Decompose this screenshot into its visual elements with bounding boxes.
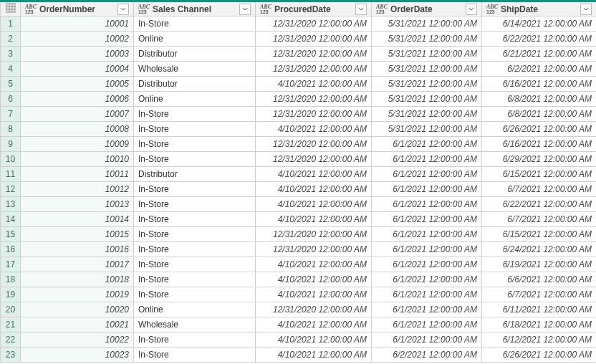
cell-saleschannel[interactable]: Online bbox=[134, 302, 256, 317]
cell-ordernumber[interactable]: 10021 bbox=[21, 317, 134, 332]
cell-shipdate[interactable]: 6/7/2021 12:00:00 AM bbox=[482, 182, 597, 197]
table-row[interactable]: 210002Online12/31/2020 12:00:00 AM5/31/2… bbox=[1, 32, 597, 47]
filter-button[interactable] bbox=[355, 4, 367, 15]
cell-orderdate[interactable]: 6/1/2021 12:00:00 AM bbox=[372, 287, 482, 302]
cell-saleschannel[interactable]: In-Store bbox=[134, 348, 256, 363]
cell-shipdate[interactable]: 6/24/2021 12:00:00 AM bbox=[482, 242, 597, 257]
table-row[interactable]: 1310013In-Store4/10/2021 12:00:00 AM6/1/… bbox=[1, 197, 597, 212]
cell-orderdate[interactable]: 5/31/2021 12:00:00 AM bbox=[372, 16, 482, 32]
cell-ordernumber[interactable]: 10011 bbox=[21, 167, 134, 182]
cell-saleschannel[interactable]: Wholesale bbox=[134, 317, 256, 332]
cell-shipdate[interactable]: 6/14/2021 12:00:00 AM bbox=[482, 16, 597, 32]
cell-shipdate[interactable]: 6/7/2021 12:00:00 AM bbox=[482, 212, 597, 227]
column-header-ordernumber[interactable]: ABC123 OrderNumber bbox=[21, 1, 134, 16]
cell-saleschannel[interactable]: Distributor bbox=[134, 77, 256, 92]
cell-ordernumber[interactable]: 10012 bbox=[21, 182, 134, 197]
row-number[interactable]: 22 bbox=[1, 332, 21, 348]
cell-orderdate[interactable]: 6/1/2021 12:00:00 AM bbox=[372, 227, 482, 242]
cell-procureddate[interactable]: 12/31/2020 12:00:00 AM bbox=[256, 152, 372, 167]
cell-saleschannel[interactable]: In-Store bbox=[134, 152, 256, 167]
cell-procureddate[interactable]: 4/10/2021 12:00:00 AM bbox=[256, 287, 372, 302]
table-row[interactable]: 610006Online12/31/2020 12:00:00 AM5/31/2… bbox=[1, 92, 597, 107]
cell-orderdate[interactable]: 6/1/2021 12:00:00 AM bbox=[372, 212, 482, 227]
cell-orderdate[interactable]: 5/31/2021 12:00:00 AM bbox=[372, 47, 482, 62]
row-number[interactable]: 5 bbox=[1, 77, 21, 92]
row-number[interactable]: 9 bbox=[1, 137, 21, 152]
cell-shipdate[interactable]: 6/16/2021 12:00:00 AM bbox=[482, 137, 597, 152]
cell-ordernumber[interactable]: 10017 bbox=[21, 257, 134, 272]
cell-procureddate[interactable]: 4/10/2021 12:00:00 AM bbox=[256, 212, 372, 227]
column-header-orderdate[interactable]: ABC123 OrderDate bbox=[372, 1, 482, 16]
table-row[interactable]: 2010020Online12/31/2020 12:00:00 AM6/1/2… bbox=[1, 302, 597, 317]
row-number[interactable]: 2 bbox=[1, 32, 21, 47]
row-number[interactable]: 7 bbox=[1, 107, 21, 122]
table-row[interactable]: 310003Distributor12/31/2020 12:00:00 AM5… bbox=[1, 47, 597, 62]
cell-procureddate[interactable]: 4/10/2021 12:00:00 AM bbox=[256, 167, 372, 182]
cell-procureddate[interactable]: 12/31/2020 12:00:00 AM bbox=[256, 92, 372, 107]
cell-shipdate[interactable]: 6/22/2021 12:00:00 AM bbox=[482, 32, 597, 47]
row-number[interactable]: 1 bbox=[1, 16, 21, 32]
cell-saleschannel[interactable]: In-Store bbox=[134, 227, 256, 242]
cell-orderdate[interactable]: 6/1/2021 12:00:00 AM bbox=[372, 242, 482, 257]
cell-shipdate[interactable]: 6/22/2021 12:00:00 AM bbox=[482, 197, 597, 212]
cell-ordernumber[interactable]: 10016 bbox=[21, 242, 134, 257]
cell-shipdate[interactable]: 6/26/2021 12:00:00 AM bbox=[482, 348, 597, 363]
cell-saleschannel[interactable]: In-Store bbox=[134, 182, 256, 197]
filter-button[interactable] bbox=[466, 4, 477, 15]
cell-shipdate[interactable]: 6/29/2021 12:00:00 AM bbox=[482, 152, 597, 167]
cell-orderdate[interactable]: 5/31/2021 12:00:00 AM bbox=[372, 77, 482, 92]
cell-orderdate[interactable]: 6/1/2021 12:00:00 AM bbox=[372, 302, 482, 317]
row-number[interactable]: 15 bbox=[1, 227, 21, 242]
cell-saleschannel[interactable]: Distributor bbox=[134, 167, 256, 182]
cell-procureddate[interactable]: 4/10/2021 12:00:00 AM bbox=[256, 182, 372, 197]
column-header-procureddate[interactable]: ABC123 ProcuredDate bbox=[256, 1, 372, 16]
cell-procureddate[interactable]: 12/31/2020 12:00:00 AM bbox=[256, 32, 372, 47]
cell-shipdate[interactable]: 6/6/2021 12:00:00 AM bbox=[482, 272, 597, 287]
cell-procureddate[interactable]: 4/10/2021 12:00:00 AM bbox=[256, 348, 372, 363]
cell-procureddate[interactable]: 4/10/2021 12:00:00 AM bbox=[256, 257, 372, 272]
cell-ordernumber[interactable]: 10002 bbox=[21, 32, 134, 47]
table-row[interactable]: 910009In-Store12/31/2020 12:00:00 AM6/1/… bbox=[1, 137, 597, 152]
cell-procureddate[interactable]: 4/10/2021 12:00:00 AM bbox=[256, 272, 372, 287]
row-number[interactable]: 17 bbox=[1, 257, 21, 272]
cell-orderdate[interactable]: 5/31/2021 12:00:00 AM bbox=[372, 62, 482, 77]
cell-saleschannel[interactable]: In-Store bbox=[134, 242, 256, 257]
cell-orderdate[interactable]: 6/1/2021 12:00:00 AM bbox=[372, 317, 482, 332]
cell-procureddate[interactable]: 4/10/2021 12:00:00 AM bbox=[256, 77, 372, 92]
cell-orderdate[interactable]: 6/2/2021 12:00:00 AM bbox=[372, 348, 482, 363]
cell-shipdate[interactable]: 6/15/2021 12:00:00 AM bbox=[482, 167, 597, 182]
cell-ordernumber[interactable]: 10014 bbox=[21, 212, 134, 227]
cell-procureddate[interactable]: 12/31/2020 12:00:00 AM bbox=[256, 16, 372, 32]
cell-saleschannel[interactable]: Distributor bbox=[134, 47, 256, 62]
cell-orderdate[interactable]: 5/31/2021 12:00:00 AM bbox=[372, 92, 482, 107]
cell-shipdate[interactable]: 6/11/2021 12:00:00 AM bbox=[482, 302, 597, 317]
cell-procureddate[interactable]: 12/31/2020 12:00:00 AM bbox=[256, 137, 372, 152]
row-number[interactable]: 20 bbox=[1, 302, 21, 317]
row-number[interactable]: 23 bbox=[1, 348, 21, 363]
cell-procureddate[interactable]: 12/31/2020 12:00:00 AM bbox=[256, 107, 372, 122]
cell-ordernumber[interactable]: 10022 bbox=[21, 332, 134, 348]
cell-ordernumber[interactable]: 10019 bbox=[21, 287, 134, 302]
cell-orderdate[interactable]: 5/31/2021 12:00:00 AM bbox=[372, 32, 482, 47]
table-row[interactable]: 1210012In-Store4/10/2021 12:00:00 AM6/1/… bbox=[1, 182, 597, 197]
filter-button[interactable] bbox=[117, 4, 129, 15]
row-number[interactable]: 3 bbox=[1, 47, 21, 62]
row-number[interactable]: 10 bbox=[1, 152, 21, 167]
cell-orderdate[interactable]: 5/31/2021 12:00:00 AM bbox=[372, 107, 482, 122]
table-row[interactable]: 1710017In-Store4/10/2021 12:00:00 AM6/1/… bbox=[1, 257, 597, 272]
cell-procureddate[interactable]: 4/10/2021 12:00:00 AM bbox=[256, 197, 372, 212]
filter-button[interactable] bbox=[580, 4, 592, 15]
row-number[interactable]: 19 bbox=[1, 287, 21, 302]
cell-ordernumber[interactable]: 10018 bbox=[21, 272, 134, 287]
cell-ordernumber[interactable]: 10001 bbox=[21, 16, 134, 32]
cell-shipdate[interactable]: 6/15/2021 12:00:00 AM bbox=[482, 227, 597, 242]
cell-saleschannel[interactable]: In-Store bbox=[134, 122, 256, 137]
row-number[interactable]: 18 bbox=[1, 272, 21, 287]
cell-saleschannel[interactable]: Online bbox=[134, 32, 256, 47]
cell-procureddate[interactable]: 12/31/2020 12:00:00 AM bbox=[256, 47, 372, 62]
column-header-shipdate[interactable]: ABC123 ShipDate bbox=[482, 1, 597, 16]
cell-shipdate[interactable]: 6/16/2021 12:00:00 AM bbox=[482, 77, 597, 92]
cell-ordernumber[interactable]: 10005 bbox=[21, 77, 134, 92]
cell-ordernumber[interactable]: 10008 bbox=[21, 122, 134, 137]
table-row[interactable]: 1110011Distributor4/10/2021 12:00:00 AM6… bbox=[1, 167, 597, 182]
